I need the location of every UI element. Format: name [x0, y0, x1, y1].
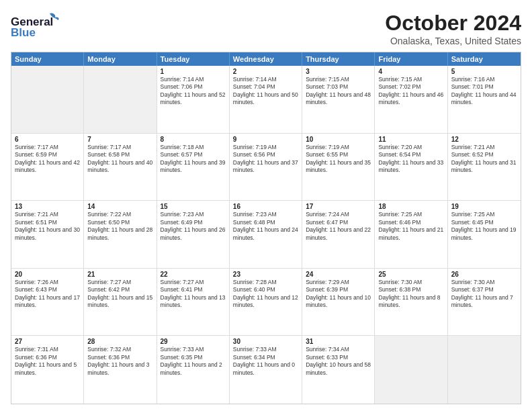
day-number: 24: [306, 271, 371, 278]
sunset-text: Sunset: 6:36 PM: [15, 354, 80, 361]
daylight-text: Daylight: 11 hours and 13 minutes.: [161, 294, 226, 310]
sunset-text: Sunset: 6:42 PM: [87, 286, 152, 293]
calendar-cell: [448, 336, 521, 404]
sunrise-text: Sunrise: 7:23 AM: [161, 211, 226, 218]
daylight-text: Daylight: 11 hours and 22 minutes.: [306, 226, 371, 242]
daylight-text: Daylight: 11 hours and 37 minutes.: [233, 159, 298, 175]
sunrise-text: Sunrise: 7:19 AM: [306, 144, 371, 151]
sunset-text: Sunset: 6:37 PM: [451, 286, 517, 293]
sunset-text: Sunset: 6:49 PM: [161, 219, 226, 226]
sunrise-text: Sunrise: 7:25 AM: [378, 211, 443, 218]
daylight-text: Daylight: 11 hours and 19 minutes.: [451, 226, 517, 242]
daylight-text: Daylight: 11 hours and 3 minutes.: [87, 361, 152, 377]
day-number: 13: [15, 203, 80, 210]
sunrise-text: Sunrise: 7:14 AM: [233, 76, 298, 83]
calendar-cell: 5Sunrise: 7:16 AMSunset: 7:01 PMDaylight…: [448, 66, 521, 133]
sunset-text: Sunset: 7:03 PM: [306, 83, 371, 91]
daylight-text: Daylight: 11 hours and 10 minutes.: [306, 294, 371, 310]
calendar-body: 1Sunrise: 7:14 AMSunset: 7:06 PMDaylight…: [11, 66, 521, 404]
sunset-text: Sunset: 6:43 PM: [15, 286, 80, 293]
sunset-text: Sunset: 6:47 PM: [306, 219, 371, 226]
daylight-text: Daylight: 11 hours and 48 minutes.: [306, 91, 371, 107]
header: GeneralBlue October 2024 Onalaska, Texas…: [11, 11, 521, 46]
daylight-text: Daylight: 11 hours and 28 minutes.: [87, 226, 152, 242]
sunset-text: Sunset: 6:55 PM: [306, 151, 371, 158]
sunrise-text: Sunrise: 7:33 AM: [161, 346, 226, 353]
sunrise-text: Sunrise: 7:30 AM: [378, 279, 443, 286]
sunset-text: Sunset: 6:48 PM: [233, 219, 298, 226]
sunrise-text: Sunrise: 7:21 AM: [15, 211, 80, 218]
calendar-cell: 14Sunrise: 7:22 AMSunset: 6:50 PMDayligh…: [84, 201, 157, 268]
sunrise-text: Sunrise: 7:15 AM: [306, 76, 371, 83]
daylight-text: Daylight: 11 hours and 33 minutes.: [378, 159, 443, 175]
calendar-cell: 25Sunrise: 7:30 AMSunset: 6:38 PMDayligh…: [375, 269, 447, 336]
daylight-text: Daylight: 11 hours and 26 minutes.: [161, 226, 226, 242]
day-number: 18: [378, 203, 443, 210]
sunset-text: Sunset: 6:36 PM: [87, 354, 152, 361]
sunrise-text: Sunrise: 7:29 AM: [306, 279, 371, 286]
sunrise-text: Sunrise: 7:26 AM: [15, 279, 80, 286]
calendar-header-cell: Wednesday: [230, 52, 302, 66]
calendar-cell: 13Sunrise: 7:21 AMSunset: 6:51 PMDayligh…: [11, 201, 84, 268]
daylight-text: Daylight: 11 hours and 15 minutes.: [87, 294, 152, 310]
calendar-header-cell: Saturday: [448, 52, 521, 66]
sunrise-text: Sunrise: 7:18 AM: [161, 144, 226, 151]
sub-title: Onalaska, Texas, United States: [385, 36, 521, 46]
logo: GeneralBlue: [11, 11, 64, 38]
calendar-cell: 23Sunrise: 7:28 AMSunset: 6:40 PMDayligh…: [230, 269, 302, 336]
day-number: 14: [87, 203, 152, 210]
calendar-cell: [375, 336, 447, 404]
daylight-text: Daylight: 11 hours and 21 minutes.: [378, 226, 443, 242]
calendar-row: 20Sunrise: 7:26 AMSunset: 6:43 PMDayligh…: [11, 269, 521, 336]
sunset-text: Sunset: 6:59 PM: [15, 151, 80, 158]
day-number: 22: [161, 271, 226, 278]
sunset-text: Sunset: 6:57 PM: [161, 151, 226, 158]
calendar-header: SundayMondayTuesdayWednesdayThursdayFrid…: [11, 52, 521, 66]
sunset-text: Sunset: 6:54 PM: [378, 151, 443, 158]
daylight-text: Daylight: 11 hours and 40 minutes.: [87, 159, 152, 175]
daylight-text: Daylight: 11 hours and 46 minutes.: [378, 91, 443, 107]
sunrise-text: Sunrise: 7:19 AM: [233, 144, 298, 151]
calendar-cell: 15Sunrise: 7:23 AMSunset: 6:49 PMDayligh…: [157, 201, 230, 268]
day-number: 10: [306, 136, 371, 143]
sunrise-text: Sunrise: 7:22 AM: [87, 211, 152, 218]
daylight-text: Daylight: 11 hours and 8 minutes.: [378, 294, 443, 310]
sunset-text: Sunset: 6:40 PM: [233, 286, 298, 293]
calendar-cell: 27Sunrise: 7:31 AMSunset: 6:36 PMDayligh…: [11, 336, 84, 404]
day-number: 15: [161, 203, 226, 210]
calendar-header-cell: Sunday: [11, 52, 84, 66]
general-blue-logo-icon: GeneralBlue: [11, 11, 64, 38]
sunset-text: Sunset: 6:38 PM: [378, 286, 443, 293]
day-number: 7: [87, 136, 152, 143]
day-number: 6: [15, 136, 80, 143]
calendar-header-cell: Thursday: [302, 52, 375, 66]
daylight-text: Daylight: 11 hours and 2 minutes.: [161, 361, 226, 377]
calendar-header-cell: Friday: [375, 52, 447, 66]
calendar-cell: 9Sunrise: 7:19 AMSunset: 6:56 PMDaylight…: [230, 134, 302, 201]
sunrise-text: Sunrise: 7:16 AM: [451, 76, 517, 83]
sunrise-text: Sunrise: 7:27 AM: [161, 279, 226, 286]
daylight-text: Daylight: 11 hours and 52 minutes.: [161, 91, 226, 107]
calendar-cell: 4Sunrise: 7:15 AMSunset: 7:02 PMDaylight…: [375, 66, 447, 133]
sunrise-text: Sunrise: 7:24 AM: [306, 211, 371, 218]
sunset-text: Sunset: 6:33 PM: [306, 354, 371, 361]
calendar-cell: 18Sunrise: 7:25 AMSunset: 6:46 PMDayligh…: [375, 201, 447, 268]
calendar-cell: 1Sunrise: 7:14 AMSunset: 7:06 PMDaylight…: [157, 66, 230, 133]
daylight-text: Daylight: 11 hours and 17 minutes.: [15, 294, 80, 310]
sunset-text: Sunset: 7:02 PM: [378, 83, 443, 91]
sunset-text: Sunset: 6:41 PM: [161, 286, 226, 293]
svg-text:Blue: Blue: [11, 26, 36, 38]
calendar-cell: 28Sunrise: 7:32 AMSunset: 6:36 PMDayligh…: [84, 336, 157, 404]
calendar-cell: 21Sunrise: 7:27 AMSunset: 6:42 PMDayligh…: [84, 269, 157, 336]
sunset-text: Sunset: 7:01 PM: [451, 83, 517, 91]
sunset-text: Sunset: 6:34 PM: [233, 354, 298, 361]
day-number: 31: [306, 338, 371, 345]
calendar-cell: 8Sunrise: 7:18 AMSunset: 6:57 PMDaylight…: [157, 134, 230, 201]
sunset-text: Sunset: 7:04 PM: [233, 83, 298, 91]
calendar-cell: 31Sunrise: 7:34 AMSunset: 6:33 PMDayligh…: [302, 336, 375, 404]
calendar-cell: 24Sunrise: 7:29 AMSunset: 6:39 PMDayligh…: [302, 269, 375, 336]
sunset-text: Sunset: 7:06 PM: [161, 83, 226, 91]
day-number: 8: [161, 136, 226, 143]
calendar-row: 6Sunrise: 7:17 AMSunset: 6:59 PMDaylight…: [11, 134, 521, 201]
day-number: 9: [233, 136, 298, 143]
